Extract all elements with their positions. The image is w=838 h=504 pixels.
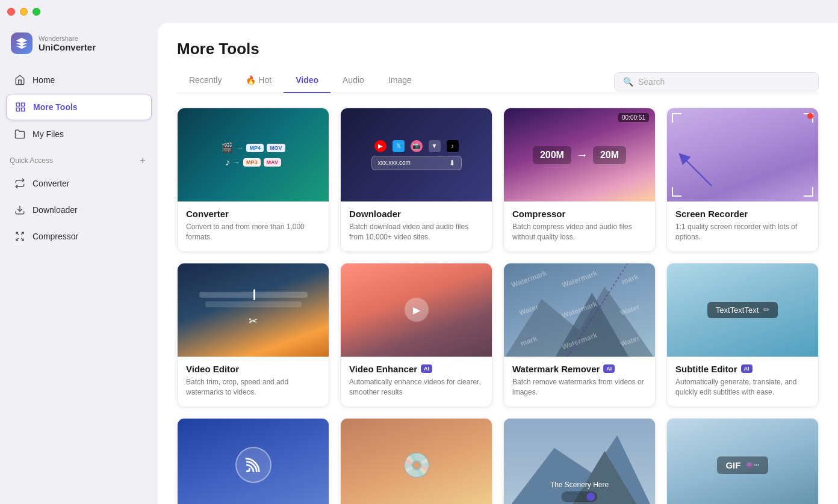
ai-badge-watermark: AI <box>603 364 615 373</box>
search-container: 🔍 <box>614 72 819 91</box>
tool-title-compressor: Compressor <box>512 209 647 219</box>
sidebar-item-my-files-label: My Files <box>33 129 64 139</box>
tool-card-subtitle-editor[interactable]: TextTextText ✏ Subtitle Editor AI Automa… <box>666 263 819 407</box>
scissors-icon: ✂ <box>249 315 258 328</box>
gif-badge: GIF 👾··· <box>717 456 768 474</box>
search-bar: 🔍 <box>614 72 819 91</box>
sidebar-item-home-label: Home <box>33 75 55 85</box>
maximize-button[interactable] <box>33 8 40 16</box>
tool-title-video-enhancer: Video Enhancer AI <box>349 364 483 374</box>
tool-card-burn[interactable]: 💿 DVD Burner Burn videos to DVD, Blu-ray… <box>340 418 492 504</box>
tool-title-watermark-remover: Watermark Remover AI <box>512 364 647 374</box>
sidebar-item-more-tools-label: More Tools <box>33 102 78 112</box>
sidebar-item-compressor-label: Compressor <box>33 232 78 241</box>
tool-title-downloader: Downloader <box>349 209 483 219</box>
sidebar-item-compressor[interactable]: Compressor <box>6 224 152 249</box>
ai-badge: AI <box>421 364 432 373</box>
product-label: UniConverter <box>39 42 96 52</box>
youtube-icon: ▶ <box>374 140 386 152</box>
tool-card-video-enhancer[interactable]: ▶ Video Enhancer AI Automatically enhanc… <box>340 263 492 407</box>
quick-access-label: Quick Access <box>10 156 53 165</box>
page-title: More Tools <box>177 40 819 58</box>
tool-desc-screen-recorder: 1:1 quality screen recorder with lots of… <box>675 222 810 243</box>
play-button[interactable]: ▶ <box>405 298 429 322</box>
logo-icon <box>11 32 33 54</box>
quick-access-section: Quick Access + <box>0 148 158 170</box>
svg-rect-1 <box>22 103 25 106</box>
dl-icon: ▼ <box>429 140 441 152</box>
sidebar-nav: Home More Tools My Files <box>0 67 158 147</box>
tool-desc-watermark-remover: Batch remove watermarks from videos or i… <box>512 377 647 398</box>
twitter-icon: 𝕏 <box>393 140 405 152</box>
tool-card-gif-maker[interactable]: GIF 👾··· GIF Maker Convert video to GIF … <box>666 418 819 504</box>
sidebar-item-downloader-label: Downloader <box>33 205 78 215</box>
minimize-button[interactable] <box>20 8 28 16</box>
tool-title-video-editor: Video Editor <box>186 364 320 374</box>
tool-title-screen-recorder: Screen Recorder <box>675 209 810 219</box>
close-button[interactable] <box>7 8 15 16</box>
subtitle-text-box: TextTextText ✏ <box>707 302 778 318</box>
url-bar: xxx.xxx.com ⬇ <box>371 156 462 170</box>
logo-text: Wondershare UniConverter <box>39 35 96 52</box>
grid-icon <box>14 100 27 114</box>
main-content: More Tools Recently 🔥 Hot Video Audio Im… <box>158 23 838 504</box>
svg-line-9 <box>683 157 712 186</box>
tool-desc-video-editor: Batch trim, crop, speed and add watermar… <box>186 377 320 398</box>
tool-card-screen-recorder[interactable]: Screen Recorder 1:1 quality screen recor… <box>666 108 819 252</box>
svg-rect-0 <box>16 103 19 106</box>
tool-title-converter: Converter <box>186 209 320 219</box>
sidebar-item-home[interactable]: Home <box>6 67 152 93</box>
svg-rect-3 <box>22 108 25 111</box>
sidebar-item-converter-label: Converter <box>33 179 69 188</box>
tool-card-converter[interactable]: 🎬 → MP4 MOV ♪ → MP3 MAV <box>177 108 329 252</box>
time-badge: 00:00:51 <box>618 113 649 122</box>
tab-image[interactable]: Image <box>376 70 424 93</box>
tab-hot[interactable]: 🔥 Hot <box>234 70 284 93</box>
downloader-icon <box>13 203 26 217</box>
sidebar-item-converter[interactable]: Converter <box>6 171 152 196</box>
tab-video[interactable]: Video <box>284 70 331 93</box>
sidebar: Wondershare UniConverter Home More Tools… <box>0 0 158 504</box>
tool-card-cast[interactable]: Cast to TV Wirelessly stream media to yo… <box>177 418 329 504</box>
tool-card-scenery[interactable]: The Scenery Here Background Remover Easi… <box>503 418 656 504</box>
tool-card-watermark-remover[interactable]: Watermark Watermark mark Water Watermark… <box>503 263 656 407</box>
tool-card-compressor[interactable]: 00:00:51 200M → 20M Compressor Batch com… <box>503 108 656 252</box>
tab-audio[interactable]: Audio <box>331 70 376 93</box>
quick-access-add-button[interactable]: + <box>137 155 148 166</box>
sidebar-item-my-files[interactable]: My Files <box>6 121 152 147</box>
converter-icon <box>13 177 26 190</box>
tiktok-icon: ♪ <box>447 140 459 152</box>
quick-access-list: Converter Downloader Compressor <box>0 171 158 249</box>
ai-badge-subtitle: AI <box>741 364 753 373</box>
tools-grid: 🎬 → MP4 MOV ♪ → MP3 MAV <box>177 108 819 504</box>
tool-card-downloader[interactable]: ▶ 𝕏 📷 ▼ ♪ xxx.xxx.com ⬇ <box>340 108 492 252</box>
brand-label: Wondershare <box>39 35 96 42</box>
folder-icon <box>13 128 26 141</box>
sidebar-item-more-tools[interactable]: More Tools <box>6 94 152 120</box>
tool-desc-compressor: Batch compress video and audio files wit… <box>512 222 647 243</box>
tabs-bar: Recently 🔥 Hot Video Audio Image 🔍 <box>177 70 819 93</box>
tool-desc-converter: Convert to and from more than 1,000 form… <box>186 222 320 243</box>
app-logo: Wondershare UniConverter <box>0 26 158 66</box>
cast-circle <box>235 447 272 483</box>
home-icon <box>13 73 26 87</box>
compressor-icon <box>13 230 26 243</box>
tab-recently[interactable]: Recently <box>177 70 234 93</box>
titlebar <box>0 0 838 23</box>
sidebar-item-downloader[interactable]: Downloader <box>6 197 152 223</box>
search-icon: 🔍 <box>623 77 633 87</box>
tool-card-video-editor[interactable]: ✂ Video Editor Batch trim, crop, speed a… <box>177 263 329 407</box>
svg-rect-2 <box>16 108 19 111</box>
tool-desc-video-enhancer: Automatically enhance videos for clearer… <box>349 377 483 398</box>
tool-desc-downloader: Batch download video and audio files fro… <box>349 222 483 243</box>
search-input[interactable] <box>638 77 810 87</box>
disc-icon: 💿 <box>402 451 432 479</box>
instagram-icon: 📷 <box>411 140 423 152</box>
tool-desc-subtitle-editor: Automatically generate, translate, and q… <box>675 377 810 398</box>
tool-title-subtitle-editor: Subtitle Editor AI <box>675 364 810 374</box>
record-dot <box>807 113 813 119</box>
